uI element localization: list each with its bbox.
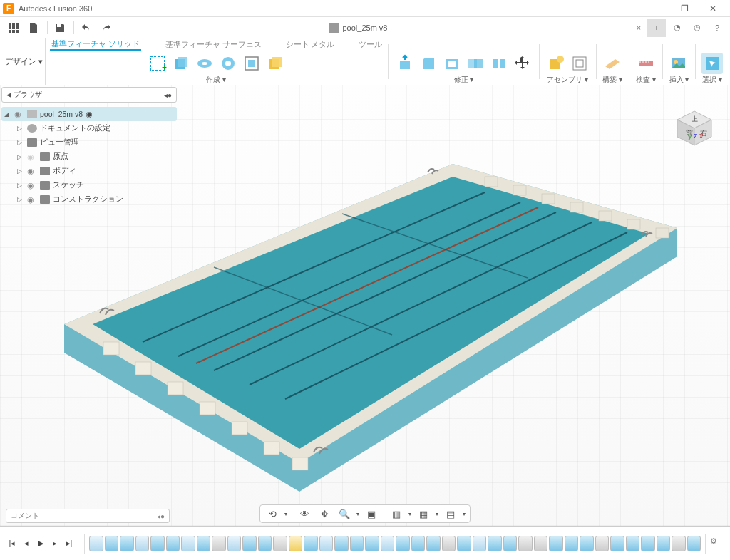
revolve-icon[interactable] — [194, 53, 215, 74]
shell-icon[interactable] — [441, 53, 463, 74]
timeline-step[interactable] — [181, 536, 195, 551]
sweep-icon[interactable] — [217, 53, 239, 74]
fillet-icon[interactable] — [418, 53, 439, 74]
browser-header[interactable]: ◀ ブラウザ ◂● — [1, 87, 177, 103]
plane-icon[interactable] — [602, 53, 623, 74]
timeline-step[interactable] — [197, 536, 211, 551]
insert-icon[interactable] — [668, 53, 689, 74]
display-button[interactable]: ▥ — [389, 506, 404, 522]
timeline-step[interactable] — [549, 536, 563, 551]
tab-surface[interactable]: 基準フィーチャ サーフェス — [165, 40, 262, 50]
timeline-step[interactable] — [242, 536, 257, 551]
rib-icon[interactable] — [264, 53, 286, 74]
tree-root[interactable]: ◢◉ pool_25m v8 ◉ — [1, 107, 177, 121]
timeline-step[interactable] — [610, 536, 624, 551]
file-menu-button[interactable] — [24, 19, 43, 37]
timeline-step[interactable] — [334, 536, 349, 551]
group-label-assembly[interactable]: アセンブリ ▾ — [547, 76, 588, 85]
joint-icon[interactable] — [569, 53, 590, 74]
tree-item-views[interactable]: ▷ビュー管理 — [1, 135, 177, 150]
timeline-step[interactable] — [595, 536, 610, 551]
presspull-icon[interactable] — [394, 53, 416, 74]
timeline-step[interactable] — [565, 536, 579, 551]
extensions-icon[interactable]: ◔ — [669, 19, 686, 36]
timeline-step[interactable] — [488, 536, 502, 551]
group-label-modify[interactable]: 修正 ▾ — [454, 76, 474, 85]
timeline-step[interactable] — [105, 536, 119, 551]
tree-item-origin[interactable]: ▷◉原点 — [1, 150, 177, 164]
viewcube[interactable]: 前 右 上 — [673, 107, 716, 150]
timeline-step[interactable] — [503, 536, 518, 551]
timeline-step[interactable] — [89, 536, 103, 551]
tree-item-sketches[interactable]: ▷◉スケッチ — [1, 178, 177, 192]
timeline-start-button[interactable]: |◂ — [6, 537, 19, 550]
loft-icon[interactable] — [241, 53, 262, 74]
save-button[interactable] — [51, 19, 69, 37]
split-icon[interactable] — [488, 53, 510, 74]
new-tab-button[interactable]: + — [647, 19, 666, 37]
jobs-icon[interactable]: ◷ — [689, 19, 706, 36]
group-label-inspect[interactable]: 検査 ▾ — [636, 76, 656, 85]
tab-tools[interactable]: ツール — [359, 40, 382, 50]
pan-button[interactable]: ✥ — [317, 506, 332, 522]
tab-solid[interactable]: 基準フィーチャ ソリッド — [50, 39, 141, 51]
workspace-switcher[interactable]: デザイン ▾ — [3, 38, 46, 85]
timeline-step[interactable] — [289, 536, 303, 551]
timeline-step[interactable] — [120, 536, 134, 551]
help-icon[interactable]: ? — [709, 19, 726, 36]
timeline-step[interactable] — [473, 536, 487, 551]
group-label-insert[interactable]: 挿入 ▾ — [669, 76, 689, 85]
timeline-step[interactable] — [396, 536, 410, 551]
timeline-step[interactable] — [166, 536, 180, 551]
timeline-settings-icon[interactable]: ⚙ — [710, 536, 724, 551]
combine-icon[interactable] — [465, 53, 486, 74]
select-icon[interactable] — [701, 53, 723, 74]
component-icon[interactable] — [545, 53, 567, 74]
tree-item-construction[interactable]: ▷◉コンストラクション — [1, 192, 177, 207]
timeline-step[interactable] — [626, 536, 640, 551]
timeline-step[interactable] — [580, 536, 594, 551]
timeline-step[interactable] — [641, 536, 655, 551]
viewports-button[interactable]: ▤ — [443, 506, 458, 522]
look-button[interactable]: 👁 — [297, 506, 312, 522]
timeline-step[interactable] — [319, 536, 334, 551]
window-close-button[interactable]: ✕ — [699, 0, 727, 17]
timeline-step[interactable] — [657, 536, 671, 551]
group-label-select[interactable]: 選択 ▾ — [702, 76, 722, 85]
timeline-step[interactable] — [457, 536, 471, 551]
timeline-step[interactable] — [381, 536, 395, 551]
tab-sheetmetal[interactable]: シート メタル — [286, 40, 335, 50]
undo-button[interactable] — [77, 19, 96, 37]
comment-input[interactable]: コメント ◂● — [6, 509, 170, 523]
timeline-step[interactable] — [150, 536, 165, 551]
group-label-construct[interactable]: 構築 ▾ — [602, 76, 622, 85]
timeline-step[interactable] — [350, 536, 364, 551]
timeline-step[interactable] — [687, 536, 701, 551]
timeline-step[interactable] — [518, 536, 533, 551]
timeline-next-button[interactable]: ▸ — [48, 537, 61, 550]
tree-item-settings[interactable]: ▷ドキュメントの設定 — [1, 121, 177, 135]
fit-button[interactable]: ▣ — [364, 506, 379, 522]
timeline-step[interactable] — [672, 536, 686, 551]
group-label-create[interactable]: 作成 ▾ — [206, 76, 226, 85]
tab-close-button[interactable]: × — [630, 19, 647, 36]
timeline-step[interactable] — [534, 536, 548, 551]
browser-pin-icon[interactable]: ◂● — [164, 91, 172, 99]
move-icon[interactable] — [512, 53, 533, 74]
timeline-step[interactable] — [227, 536, 242, 551]
timeline-step[interactable] — [258, 536, 272, 551]
timeline-step[interactable] — [442, 536, 456, 551]
timeline-step[interactable] — [135, 536, 150, 551]
timeline-play-button[interactable]: ▶ — [34, 537, 47, 550]
sketch-icon[interactable]: + — [147, 53, 168, 74]
zoom-button[interactable]: 🔍 — [336, 506, 352, 522]
timeline-step[interactable] — [426, 536, 441, 551]
redo-button[interactable] — [97, 19, 115, 37]
timeline-step[interactable] — [365, 536, 379, 551]
extrude-icon[interactable] — [170, 53, 192, 74]
timeline-step[interactable] — [212, 536, 226, 551]
window-maximize-button[interactable]: ❐ — [670, 0, 699, 17]
orbit-button[interactable]: ⟲ — [264, 506, 280, 522]
timeline-prev-button[interactable]: ◂ — [20, 537, 33, 550]
apps-grid-icon[interactable] — [4, 19, 23, 37]
